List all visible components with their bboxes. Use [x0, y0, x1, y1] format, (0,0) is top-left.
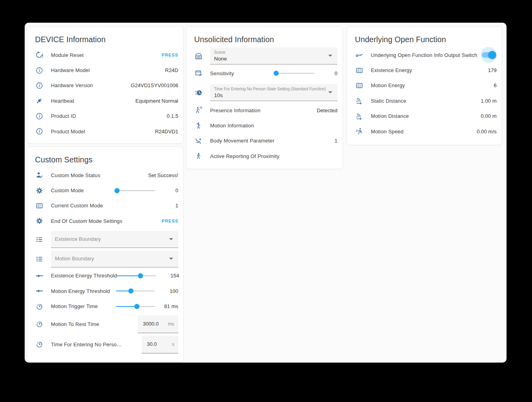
motion-to-rest-time-input[interactable]: 3000.0 ms	[138, 315, 178, 333]
body-movement-label: Body Movement Parameter	[210, 138, 275, 144]
row-end-custom-mode: End Of Custom Mode Settings PRESS	[27, 213, 183, 228]
existence-energy-value: 179	[488, 67, 497, 73]
static-distance-value: 1.00 m	[481, 98, 497, 104]
existence-boundary-select[interactable]: Existence Boundary	[51, 231, 178, 248]
row-product-model: Product Model R24DVD1	[27, 124, 183, 139]
slider-thumb[interactable]	[134, 304, 139, 309]
current-custom-mode-value: 1	[175, 203, 178, 209]
list-icon	[35, 236, 43, 244]
row-custom-mode: Custom Mode 0	[27, 183, 183, 198]
info-icon	[35, 66, 43, 74]
numbers-icon	[35, 202, 43, 210]
motion-trigger-time-value: 81 ms	[159, 303, 178, 309]
underlying-open-function-title: Underlying Open Function	[355, 35, 494, 44]
motion-energy-threshold-label: Motion Energy Threshold	[51, 288, 110, 294]
motion-to-rest-time-value: 3000.0	[143, 321, 159, 327]
scene-select-value: None	[214, 56, 325, 62]
scene-select-label: Scene	[214, 50, 325, 55]
clock-icon	[195, 89, 203, 97]
info-icon	[35, 127, 43, 135]
motion-trigger-time-slider[interactable]	[116, 306, 155, 307]
hardware-model-label: Hardware Model	[51, 67, 90, 73]
existence-boundary-placeholder: Existence Boundary	[55, 236, 166, 242]
output-switch-label: Underlying Open Function Info Output Swi…	[371, 52, 477, 58]
app-canvas: DEVICE Information Module Reset PRESS Ha…	[25, 23, 507, 363]
product-model-label: Product Model	[51, 129, 85, 135]
scene-select-row: Scene None	[186, 47, 343, 64]
slider-threshold-icon	[35, 272, 43, 280]
motion-energy-threshold-slider[interactable]	[116, 291, 155, 291]
info-icon	[35, 112, 43, 120]
run-icon	[355, 127, 363, 135]
product-model-value: R24DVD1	[155, 129, 178, 135]
motion-trigger-time-label: Motion Trigger Time	[51, 303, 98, 309]
chevron-down-icon	[169, 238, 173, 240]
no-person-time-unit: s	[172, 342, 174, 347]
chevron-down-icon	[169, 258, 173, 260]
row-motion-to-rest-time: Motion To Rest Time 3000.0 ms	[27, 314, 183, 334]
row-current-custom-mode: Current Custom Mode 1	[27, 198, 183, 213]
chevron-down-icon	[328, 92, 332, 94]
timer-icon	[35, 302, 43, 310]
sensitivity-label: Sensitivity	[210, 70, 234, 76]
no-person-time-input[interactable]: 30.0 s	[142, 336, 178, 353]
info-icon	[35, 82, 43, 90]
no-person-time-select-label: Time For Entering No Person State Settin…	[214, 87, 325, 91]
module-reset-press-button[interactable]: PRESS	[162, 53, 178, 57]
current-custom-mode-label: Current Custom Mode	[51, 203, 103, 209]
no-person-time-label: Time For Entering No Perso…	[51, 342, 122, 347]
sensitivity-slider[interactable]	[275, 73, 314, 74]
motion-boundary-select[interactable]: Motion Boundary	[51, 250, 178, 267]
static-distance-label: Static Distance	[371, 98, 406, 104]
custom-settings-title: Custom Settings	[35, 155, 175, 164]
slider-thumb[interactable]	[273, 71, 279, 76]
row-heartbeat: Heartbeat Equipment Normal	[27, 93, 183, 108]
row-module-reset: Module Reset PRESS	[27, 47, 183, 62]
row-active-reporting: Active Reporting Of Proximity	[186, 148, 343, 164]
device-information-card: DEVICE Information Module Reset PRESS Ha…	[27, 26, 184, 144]
motion-distance-label: Motion Distance	[371, 113, 409, 119]
custom-mode-status-value: Set Success!	[148, 172, 178, 178]
row-sensitivity: Sensitivity 0	[186, 64, 343, 82]
timer-icon	[35, 340, 43, 348]
custom-mode-label: Custom Mode	[51, 187, 84, 193]
sensitivity-value: 0	[318, 70, 337, 76]
existence-boundary-select-row: Existence Boundary	[27, 231, 183, 248]
hardware-model-value: R24D	[165, 67, 178, 73]
signal-icon	[355, 112, 363, 120]
row-output-switch: Underlying Open Function Info Output Swi…	[347, 47, 502, 62]
gear-icon	[35, 217, 43, 225]
slider-thumb[interactable]	[129, 289, 134, 294]
underlying-open-function-card: Underlying Open Function Underlying Open…	[347, 26, 502, 145]
slider-thumb[interactable]	[138, 273, 143, 278]
row-presence-information: Presence Information Detected	[186, 103, 343, 118]
sensitivity-icon	[195, 69, 203, 77]
motion-speed-label: Motion Speed	[371, 129, 403, 135]
end-custom-mode-press-button[interactable]: PRESS	[162, 219, 178, 223]
row-product-id: Product ID 0.1.5	[27, 109, 183, 124]
person-check-icon	[35, 171, 43, 179]
key-icon	[355, 51, 363, 59]
slider-thumb[interactable]	[114, 188, 119, 193]
row-hardware-model: Hardware Model R24D	[27, 62, 183, 78]
timer-icon	[35, 320, 43, 328]
row-existence-energy-threshold: Existence Energy Threshold 154	[27, 268, 183, 283]
unsolicited-information-card: Unsolicited Information Scene None Sensi…	[186, 26, 343, 169]
row-static-distance: Static Distance 1.00 m	[347, 93, 502, 108]
row-motion-trigger-time: Motion Trigger Time 81 ms	[27, 299, 183, 314]
reset-icon	[35, 51, 43, 59]
row-body-movement: Body Movement Parameter 1	[186, 133, 343, 148]
active-reporting-label: Active Reporting Of Proximity	[210, 153, 279, 159]
custom-mode-slider[interactable]	[116, 190, 155, 191]
motion-energy-label: Motion Energy	[371, 82, 405, 88]
output-switch-toggle[interactable]	[481, 47, 497, 63]
presence-information-value: Detected	[317, 107, 337, 113]
presence-icon	[195, 106, 203, 114]
list-icon	[35, 255, 43, 263]
no-person-time-select[interactable]: Time For Entering No Person State Settin…	[210, 84, 337, 101]
motion-speed-value: 0.00 m/s	[477, 129, 497, 135]
row-no-person-time: Time For Entering No Perso… 30.0 s	[27, 334, 183, 355]
existence-energy-threshold-slider[interactable]	[117, 275, 156, 276]
scene-select[interactable]: Scene None	[210, 47, 337, 64]
heartbeat-label: Heartbeat	[51, 98, 74, 104]
